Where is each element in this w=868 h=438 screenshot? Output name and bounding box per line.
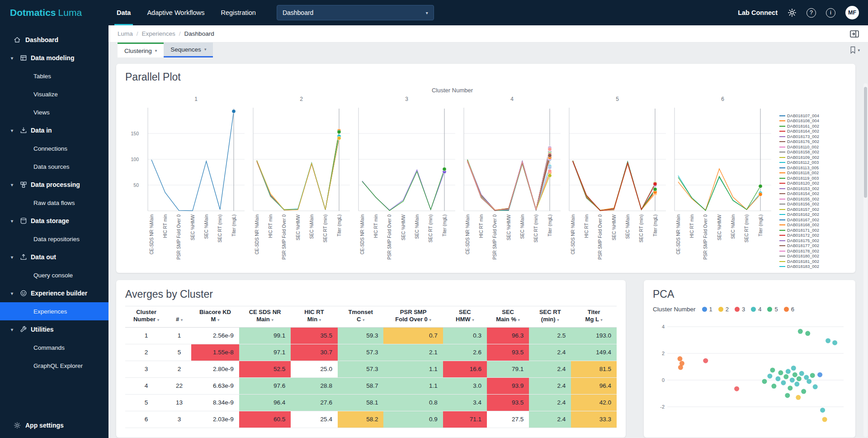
sidebar-item-data-in[interactable]: ▾Data in: [0, 121, 108, 139]
sidebar-item-views[interactable]: Views: [0, 103, 108, 121]
pca-legend-item-3[interactable]: 3: [735, 306, 745, 313]
pca-legend-item-5[interactable]: 5: [767, 306, 778, 313]
legend-item[interactable]: DAB018113_005: [779, 165, 846, 171]
sort-caret-icon: ▾: [217, 318, 220, 322]
table-cell: 16.6: [443, 361, 487, 377]
pca-legend-item-1[interactable]: 1: [702, 306, 712, 313]
legend-item[interactable]: DAB018171_002: [779, 228, 846, 233]
sidebar-item-data-sources[interactable]: Data sources: [0, 157, 108, 176]
legend-item[interactable]: DAB018155_002: [779, 196, 846, 202]
legend-item[interactable]: DAB018183_002: [779, 264, 846, 270]
legend-item[interactable]: DAB018172_002: [779, 233, 846, 238]
column-header-tmonset-c[interactable]: TmonsetC ▾: [338, 306, 384, 328]
legend-item[interactable]: DAB018181_002: [779, 259, 846, 264]
legend-item[interactable]: DAB018107_004: [779, 113, 846, 119]
legend-item[interactable]: DAB018153_002: [779, 186, 846, 191]
legend-item[interactable]: DAB018168_002: [779, 223, 846, 228]
legend-item[interactable]: DAB018178_002: [779, 248, 846, 254]
legend-item[interactable]: DAB018175_002: [779, 238, 846, 243]
svg-text:-2: -2: [660, 404, 665, 409]
vertical-scrollbar[interactable]: [863, 83, 868, 437]
legend-item[interactable]: DAB018177_002: [779, 243, 846, 249]
sidebar-item-data-storage[interactable]: ▾Data storage: [0, 212, 108, 230]
table-cell: 2: [167, 361, 191, 377]
table-cell: 60.5: [239, 411, 291, 428]
column-header-psr-smp-fold-over-0[interactable]: PSR SMPFold Over 0 ▾: [383, 306, 443, 328]
parallel-plot-card: Parallel Plot Cluster Number 50100150 1C…: [116, 64, 855, 273]
sidebar-item-experience-builder[interactable]: ▾Experience builder: [0, 284, 108, 302]
pca-legend-item-2[interactable]: 2: [718, 306, 729, 313]
legend-item[interactable]: DAB018162_002: [779, 212, 846, 218]
column-header-[interactable]: # ▾: [167, 306, 191, 328]
legend-item[interactable]: DAB018180_002: [779, 254, 846, 259]
lab-connect-link[interactable]: Lab Connect: [738, 9, 778, 16]
sidebar-item-app-settings[interactable]: App settings: [0, 416, 108, 434]
legend-item[interactable]: DAB018161_002: [779, 124, 846, 129]
sidebar-item-commands[interactable]: Commands: [0, 338, 108, 357]
legend-item[interactable]: DAB018118_002: [779, 171, 846, 176]
legend-series-id: DAB018164_002: [787, 129, 819, 133]
nav-item-adaptive-workflows[interactable]: Adaptive Workflows: [139, 0, 212, 25]
user-avatar[interactable]: MF: [845, 6, 859, 19]
legend-item[interactable]: DAB018156_002: [779, 202, 846, 207]
sidebar-item-raw-data-flows[interactable]: Raw data flows: [0, 194, 108, 212]
legend-item[interactable]: DAB018110_002: [779, 144, 846, 150]
gear-icon[interactable]: [788, 8, 797, 17]
help-icon[interactable]: ?: [807, 8, 816, 18]
column-header-sec-main[interactable]: SECMain % ▾: [487, 306, 529, 328]
pca-legend-item-4[interactable]: 4: [751, 306, 761, 313]
tab-sequences[interactable]: Sequences▾: [164, 43, 213, 57]
legend-color-swatch: [779, 167, 785, 168]
sidebar-item-connections[interactable]: Connections: [0, 139, 108, 157]
table-cell: 93.5: [487, 394, 529, 411]
sidebar-item-tables[interactable]: Tables: [0, 67, 108, 85]
sidebar-item-utilities[interactable]: ▾Utilities: [0, 320, 108, 338]
column-header-sec-rt-min[interactable]: SEC RT(min) ▾: [529, 306, 571, 328]
sidebar-item-dashboard[interactable]: Dashboard: [0, 31, 108, 49]
chevron-down-icon: ▾: [11, 128, 20, 133]
sidebar-items: Dashboard▾Data modelingTablesVisualizeVi…: [0, 31, 108, 375]
legend-item[interactable]: DAB018167_002: [779, 217, 846, 223]
column-header-sec-hmw[interactable]: SECHMW ▾: [443, 306, 487, 328]
sidebar-item-data-out[interactable]: ▾Data out: [0, 248, 108, 266]
breadcrumb-experiences[interactable]: Experiences: [142, 30, 175, 37]
sidebar-item-query-console[interactable]: Query console: [0, 266, 108, 284]
column-header-hic-rt-min[interactable]: HIC RTMin ▾: [291, 306, 338, 328]
legend-item[interactable]: DAB018157_002: [779, 207, 846, 212]
legend-item[interactable]: DAB018154_002: [779, 191, 846, 197]
sidebar-item-visualize[interactable]: Visualize: [0, 85, 108, 103]
sidebar-item-graphql-explorer[interactable]: GraphQL Explorer: [0, 357, 108, 375]
legend-item[interactable]: DAB018120_002: [779, 181, 846, 186]
tab-clustering[interactable]: Clustering▾: [118, 43, 164, 57]
nav-item-data[interactable]: Data: [108, 0, 139, 25]
sidebar-item-data-repositories[interactable]: Data repositories: [0, 230, 108, 248]
sidebar-item-data-processing[interactable]: ▾Data processing: [0, 176, 108, 194]
bookmark-button[interactable]: ▾: [850, 43, 868, 57]
legend-item[interactable]: DAB018173_002: [779, 134, 846, 139]
column-header-biacore-kd-m[interactable]: Biacore KDM ▾: [191, 306, 239, 328]
panel-collapse-icon[interactable]: [850, 30, 859, 38]
legend-item[interactable]: DAB018164_002: [779, 129, 846, 134]
sidebar-item-label: Data processing: [31, 181, 80, 188]
sidebar-item-experiences[interactable]: Experiences: [0, 302, 108, 320]
legend-series-id: DAB018183_002: [787, 264, 819, 269]
scrollbar-thumb[interactable]: [864, 87, 867, 198]
legend-item[interactable]: DAB018158_002: [779, 150, 846, 155]
legend-item[interactable]: DAB018176_002: [779, 139, 846, 145]
dashboard-selector[interactable]: Dashboard ▾: [277, 5, 434, 20]
legend-item[interactable]: DAB018112_003: [779, 160, 846, 166]
legend-item[interactable]: DAB018108_004: [779, 119, 846, 124]
breadcrumb-luma[interactable]: Luma: [118, 30, 133, 37]
pca-scatter-svg: 420-2: [653, 315, 846, 428]
column-header-ce-sds-nr-main[interactable]: CE SDS NRMain ▾: [239, 306, 291, 328]
nav-item-registration[interactable]: Registration: [213, 0, 264, 25]
svg-text:PSR SMP Fold Over 0: PSR SMP Fold Over 0: [598, 214, 603, 260]
column-header-cluster-number[interactable]: ClusterNumber ▾: [125, 306, 167, 328]
table-cell: 42.0: [571, 394, 617, 411]
column-header-titer-mg-l[interactable]: TiterMg L ▾: [571, 306, 617, 328]
pca-legend-item-6[interactable]: 6: [784, 306, 794, 313]
info-icon[interactable]: i: [826, 8, 835, 18]
sidebar-item-data-modeling[interactable]: ▾Data modeling: [0, 49, 108, 67]
legend-item[interactable]: DAB018109_002: [779, 155, 846, 160]
legend-item[interactable]: DAB018119_003: [779, 176, 846, 181]
